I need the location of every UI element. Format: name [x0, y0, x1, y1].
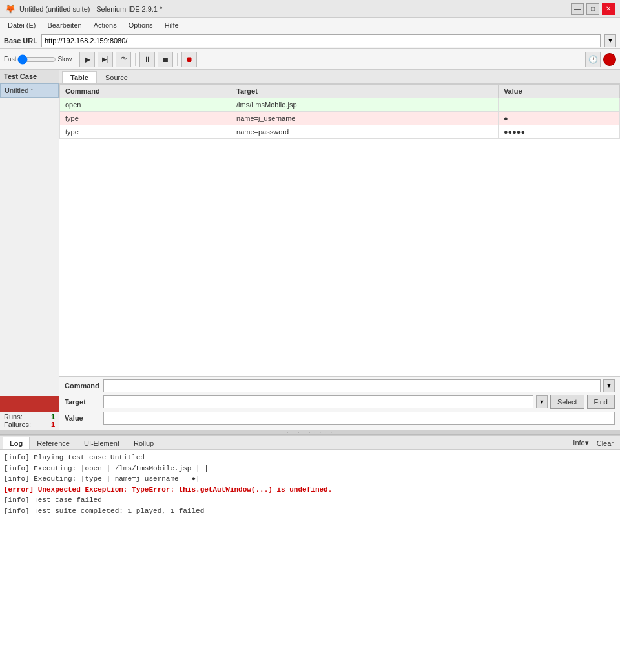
- log-line: [info] Playing test case Untitled: [4, 452, 616, 463]
- sidebar-title: Test Case: [0, 70, 59, 83]
- cell-command: type: [60, 125, 231, 139]
- failures-value: 1: [51, 421, 55, 428]
- menu-datei[interactable]: Datei (E): [3, 20, 41, 30]
- log-tab-reference[interactable]: Reference: [30, 437, 77, 449]
- toolbar-right: 🕐: [585, 52, 616, 67]
- cell-command: open: [60, 98, 231, 112]
- resize-dots: · · · · · · · · ·: [287, 430, 333, 436]
- step-button[interactable]: ↷: [116, 52, 131, 67]
- log-line: [info] Executing: |open | /lms/LmsMobile…: [4, 463, 616, 474]
- table-row[interactable]: type name=password ●●●●●: [60, 125, 620, 139]
- log-content: [info] Playing test case Untitled[info] …: [0, 450, 620, 672]
- base-url-input[interactable]: [41, 34, 601, 47]
- runs-value: 1: [51, 413, 55, 421]
- table-area: Command Target Value open /lms/LmsMobile…: [59, 84, 620, 376]
- stop-red-button[interactable]: [603, 53, 616, 66]
- close-button[interactable]: ✕: [602, 3, 615, 15]
- runs-row: Runs: 1: [4, 413, 55, 421]
- table-row[interactable]: open /lms/LmsMobile.jsp: [60, 98, 620, 112]
- log-tab-ui-element[interactable]: UI-Element: [77, 437, 127, 449]
- col-command: Command: [60, 85, 231, 98]
- minimize-button[interactable]: —: [571, 3, 584, 15]
- col-target: Target: [231, 85, 499, 98]
- menu-bar: Datei (E) Bearbeiten Actions Options Hil…: [0, 18, 620, 32]
- log-line: [error] Unexpected Exception: TypeError:…: [4, 485, 616, 496]
- failures-label: Failures:: [4, 421, 31, 428]
- menu-hilfe[interactable]: Hilfe: [160, 20, 184, 30]
- table-row[interactable]: type name=j_username ●: [60, 112, 620, 125]
- cell-target: /lms/LmsMobile.jsp: [231, 98, 499, 112]
- toolbar-separator: [135, 53, 136, 66]
- speed-toolbar: Fast Slow ▶ ▶| ↷ ⏸ ⏹ ⏺ 🕐: [0, 49, 620, 70]
- speed-slider[interactable]: [17, 54, 56, 65]
- sidebar: Test Case Untitled * Runs: 1 Failures: 1: [0, 70, 59, 430]
- base-url-bar: Base URL ▼: [0, 32, 620, 49]
- speed-labels: Fast Slow: [4, 54, 72, 65]
- pause-button[interactable]: ⏸: [140, 52, 155, 67]
- cmd-inputs: Command ▼ Target ▼ Select Find Value: [59, 376, 620, 430]
- play-all-button[interactable]: ▶: [79, 52, 95, 67]
- failures-row: Failures: 1: [4, 421, 55, 428]
- cell-command: type: [60, 112, 231, 125]
- log-info-button[interactable]: Info▾: [569, 437, 592, 448]
- col-value: Value: [498, 85, 619, 98]
- command-row: Command ▼: [65, 379, 615, 392]
- log-clear-button[interactable]: Clear: [593, 438, 617, 448]
- value-row: Value: [65, 412, 615, 425]
- base-url-dropdown[interactable]: ▼: [604, 34, 616, 47]
- sidebar-status-bar: [0, 396, 59, 412]
- log-area: Log Reference UI-Element Rollup Info▾ Cl…: [0, 435, 620, 672]
- command-dropdown[interactable]: ▼: [603, 379, 615, 392]
- title-bar-left: 🦊 Untitled (untitled suite) - Selenium I…: [5, 4, 162, 14]
- target-input[interactable]: [103, 395, 533, 408]
- app-title: Untitled (untitled suite) - Selenium IDE…: [19, 5, 162, 13]
- tab-source[interactable]: Source: [97, 71, 136, 83]
- cell-target: name=password: [231, 125, 499, 139]
- play-one-button[interactable]: ▶|: [98, 52, 113, 67]
- sidebar-test-item[interactable]: Untitled *: [0, 83, 59, 98]
- log-line: [info] Executing: |type | name=j_usernam…: [4, 474, 616, 485]
- sidebar-stats: Runs: 1 Failures: 1: [0, 412, 59, 430]
- log-tab-log[interactable]: Log: [3, 437, 30, 449]
- value-input[interactable]: [103, 412, 615, 425]
- cell-value: [498, 98, 619, 112]
- content-pane: Table Source Command Target Value open /…: [59, 70, 620, 430]
- cell-value: ●: [498, 112, 619, 125]
- target-label: Target: [65, 398, 101, 406]
- menu-actions[interactable]: Actions: [88, 20, 122, 30]
- target-dropdown[interactable]: ▼: [536, 395, 548, 408]
- log-tab-rollup[interactable]: Rollup: [127, 437, 161, 449]
- app-icon: 🦊: [5, 4, 16, 14]
- maximize-button[interactable]: □: [586, 3, 599, 15]
- cell-value: ●●●●●: [498, 125, 619, 139]
- log-line: [info] Test suite completed: 1 played, 1…: [4, 506, 616, 517]
- base-url-label: Base URL: [4, 37, 37, 45]
- clock-icon[interactable]: 🕐: [585, 52, 601, 67]
- command-label: Command: [65, 382, 101, 390]
- resize-handle[interactable]: · · · · · · · · ·: [0, 430, 620, 435]
- title-bar: 🦊 Untitled (untitled suite) - Selenium I…: [0, 0, 620, 18]
- main-area: Test Case Untitled * Runs: 1 Failures: 1…: [0, 70, 620, 430]
- tabs-bar: Table Source: [59, 70, 620, 84]
- toolbar-left: Fast Slow ▶ ▶| ↷ ⏸ ⏹ ⏺: [4, 52, 197, 67]
- select-button[interactable]: Select: [550, 395, 584, 409]
- title-bar-controls: — □ ✕: [571, 3, 615, 15]
- menu-options[interactable]: Options: [123, 20, 158, 30]
- cell-target: name=j_username: [231, 112, 499, 125]
- record-button[interactable]: ⏺: [181, 52, 197, 67]
- command-table: Command Target Value open /lms/LmsMobile…: [59, 84, 620, 139]
- target-row: Target ▼ Select Find: [65, 395, 615, 409]
- tab-table[interactable]: Table: [62, 71, 97, 83]
- command-input[interactable]: [103, 379, 601, 392]
- slow-label[interactable]: Slow: [57, 56, 72, 63]
- log-line: [info] Test case failed: [4, 495, 616, 506]
- stop-button[interactable]: ⏹: [158, 52, 173, 67]
- find-button[interactable]: Find: [587, 395, 615, 409]
- value-label: Value: [65, 414, 101, 422]
- menu-bearbeiten[interactable]: Bearbeiten: [42, 20, 87, 30]
- fast-label[interactable]: Fast: [4, 56, 16, 63]
- toolbar-separator2: [177, 53, 178, 66]
- runs-label: Runs:: [4, 413, 23, 421]
- log-tabs-bar: Log Reference UI-Element Rollup Info▾ Cl…: [0, 436, 620, 450]
